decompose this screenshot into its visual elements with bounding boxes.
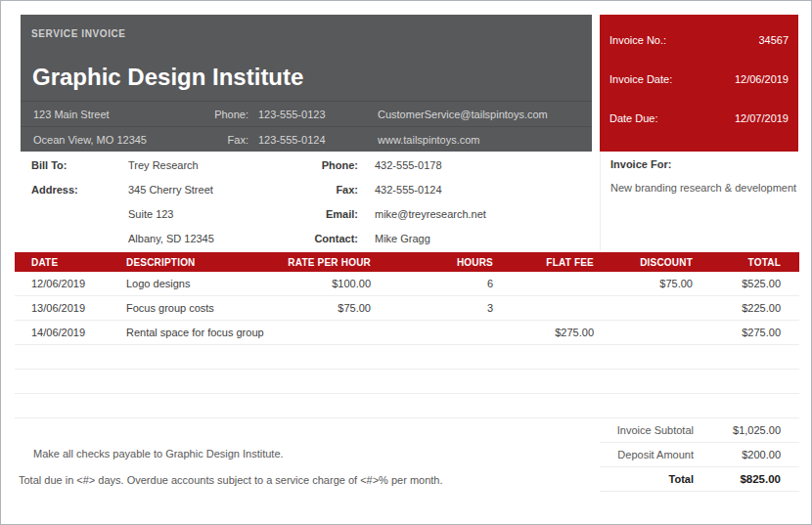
item-date-cell: 12/06/2019 — [15, 278, 110, 289]
item-description-cell: Logo designs — [110, 278, 285, 289]
company-fax-label: Fax: — [214, 134, 248, 146]
line-items-table: DATE DESCRIPTION RATE PER HOUR HOURS FLA… — [15, 252, 799, 418]
header-description: DESCRIPTION — [110, 257, 285, 268]
item-flat-fee-cell: $275.00 — [505, 327, 606, 338]
bill-to-row-2: Address: 345 Cherry Street Fax: 432-555-… — [21, 177, 592, 201]
company-contact-rows: 123 Main Street Phone: 123-555-0123 Cust… — [21, 101, 592, 152]
bill-to-fax-value: 432-555-0124 — [358, 184, 592, 196]
item-date-cell: 14/06/2019 — [15, 327, 110, 338]
item-hours-cell: 6 — [383, 278, 505, 289]
company-header-panel: SERVICE INVOICE Graphic Design Institute… — [21, 15, 592, 152]
invoice-for-block: Invoice For: New branding research & dev… — [600, 153, 799, 250]
grand-total-value: $825.00 — [694, 473, 799, 485]
date-due-value: 12/07/2019 — [735, 112, 789, 124]
grand-total-label: Total — [600, 473, 694, 485]
line-item-row-3: 14/06/2019 Rental space for focus group … — [15, 321, 799, 345]
invoice-date-label: Invoice Date: — [609, 73, 672, 85]
company-name: Graphic Design Institute — [32, 64, 303, 91]
item-discount-cell: $75.00 — [606, 278, 704, 289]
document-type-label: SERVICE INVOICE — [31, 28, 126, 39]
bill-to-section: Bill To: Trey Research Phone: 432-555-01… — [1, 153, 812, 251]
service-invoice-document: SERVICE INVOICE Graphic Design Institute… — [0, 0, 812, 525]
empty-line-item-row — [15, 370, 799, 394]
item-description-cell: Focus group costs — [110, 302, 285, 314]
invoice-number-label: Invoice No.: — [609, 34, 666, 46]
subtotal-label: Invoice Subtotal — [600, 424, 694, 436]
company-address-line1: 123 Main Street — [21, 109, 214, 120]
bill-to-row-1: Bill To: Trey Research Phone: 432-555-01… — [21, 153, 592, 177]
item-total-cell: $225.00 — [704, 302, 799, 314]
bill-to-fax-label: Fax: — [304, 184, 358, 196]
grand-total-row: Total $825.00 — [600, 467, 799, 492]
item-rate-cell: $75.00 — [285, 302, 383, 314]
invoice-for-value: New branding research & development — [610, 182, 799, 194]
header-total: TOTAL — [704, 257, 799, 268]
bill-to-contact-label: Contact: — [304, 233, 358, 244]
company-contact-row-2: Ocean View, MO 12345 Fax: 123-555-0124 w… — [21, 126, 592, 152]
date-due-row: Date Due: 12/07/2019 — [600, 99, 798, 138]
bill-to-phone-value: 432-555-0178 — [358, 159, 592, 171]
subtotal-value: $1,025.00 — [694, 424, 799, 436]
company-address-line2: Ocean View, MO 12345 — [21, 134, 214, 146]
payment-terms-note: Total due in <#> days. Overdue accounts … — [19, 474, 443, 486]
header-rate: RATE PER HOUR — [285, 257, 383, 268]
invoice-date-row: Invoice Date: 12/06/2019 — [600, 60, 798, 99]
bill-to-label: Bill To: — [21, 159, 128, 171]
checks-payable-note: Make all checks payable to Graphic Desig… — [33, 448, 284, 459]
company-email: CustomerService@tailspintoys.com — [356, 109, 592, 120]
bill-to-address-line2: Suite 123 — [128, 208, 304, 220]
bill-to-row-3: Suite 123 Email: mike@treyresearch.net — [21, 201, 592, 226]
deposit-value: $200.00 — [694, 449, 799, 460]
line-items-header-row: DATE DESCRIPTION RATE PER HOUR HOURS FLA… — [15, 252, 799, 272]
bill-to-address-line1: 345 Cherry Street — [128, 184, 304, 196]
header-discount: DISCOUNT — [606, 257, 704, 268]
bill-to-phone-label: Phone: — [304, 159, 358, 171]
company-phone-label: Phone: — [214, 109, 248, 120]
totals-block: Invoice Subtotal $1,025.00 Deposit Amoun… — [600, 418, 799, 492]
bill-to-row-4: Albany, SD 12345 Contact: Mike Gragg — [21, 226, 592, 250]
header-flat-fee: FLAT FEE — [505, 257, 606, 268]
line-item-row-2: 13/06/2019 Focus group costs $75.00 3 $2… — [15, 296, 799, 321]
bill-to-address-line3: Albany, SD 12345 — [128, 233, 304, 244]
invoice-number-value: 34567 — [758, 34, 789, 46]
invoice-date-value: 12/06/2019 — [735, 73, 789, 85]
subtotal-row: Invoice Subtotal $1,025.00 — [600, 418, 799, 443]
item-total-cell: $275.00 — [704, 327, 799, 338]
invoice-for-label: Invoice For: — [610, 158, 799, 170]
line-item-row-1: 12/06/2019 Logo designs $100.00 6 $75.00… — [15, 272, 799, 296]
empty-line-item-row — [15, 345, 799, 370]
header-hours: HOURS — [383, 257, 505, 268]
bill-to-contact-value: Mike Gragg — [358, 233, 592, 244]
deposit-label: Deposit Amount — [600, 449, 694, 460]
bill-to-name: Trey Research — [128, 159, 304, 171]
item-hours-cell: 3 — [383, 302, 505, 314]
item-total-cell: $525.00 — [704, 278, 799, 289]
invoice-number-row: Invoice No.: 34567 — [600, 21, 798, 60]
empty-line-item-row — [15, 394, 799, 418]
bill-to-grid: Bill To: Trey Research Phone: 432-555-01… — [21, 153, 592, 250]
company-contact-row-1: 123 Main Street Phone: 123-555-0123 Cust… — [21, 101, 592, 126]
item-date-cell: 13/06/2019 — [15, 302, 110, 314]
deposit-row: Deposit Amount $200.00 — [600, 443, 799, 467]
header-date: DATE — [15, 257, 110, 268]
bill-to-email-value: mike@treyresearch.net — [358, 208, 592, 220]
date-due-label: Date Due: — [609, 112, 658, 124]
company-fax-value: 123-555-0124 — [248, 134, 356, 146]
item-rate-cell: $100.00 — [285, 278, 383, 289]
bill-to-email-label: Email: — [304, 208, 358, 220]
company-phone-value: 123-555-0123 — [248, 109, 356, 120]
invoice-meta-panel: Invoice No.: 34567 Invoice Date: 12/06/2… — [600, 15, 798, 152]
bill-to-address-label: Address: — [21, 184, 128, 196]
company-website: www.tailspintoys.com — [356, 134, 592, 146]
item-description-cell: Rental space for focus group — [110, 327, 285, 338]
